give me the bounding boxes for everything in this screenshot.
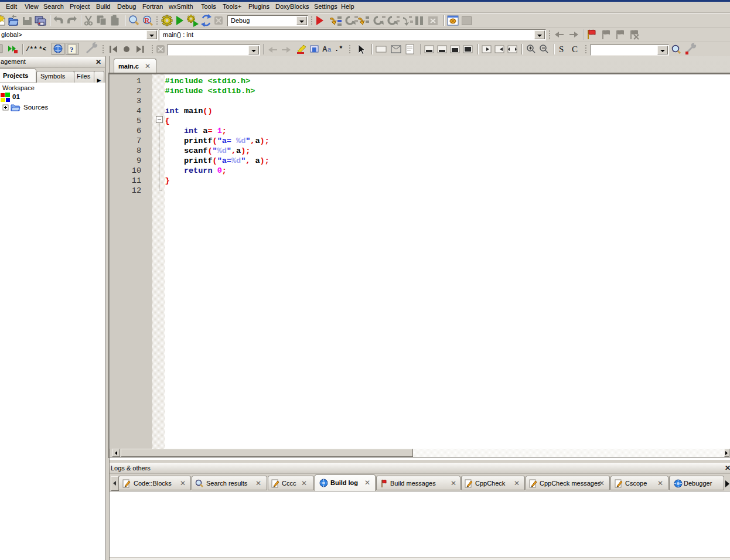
- svg-text:A: A: [322, 45, 328, 53]
- svg-text:.*: .*: [335, 45, 343, 53]
- svg-text:/**: /**: [26, 46, 37, 53]
- svg-text:C: C: [572, 45, 578, 54]
- svg-text:*<: *<: [39, 46, 47, 53]
- svg-text:S: S: [559, 45, 564, 54]
- svg-text:a: a: [328, 46, 332, 53]
- svg-text:?: ?: [70, 45, 74, 54]
- svg-text:R: R: [144, 16, 150, 25]
